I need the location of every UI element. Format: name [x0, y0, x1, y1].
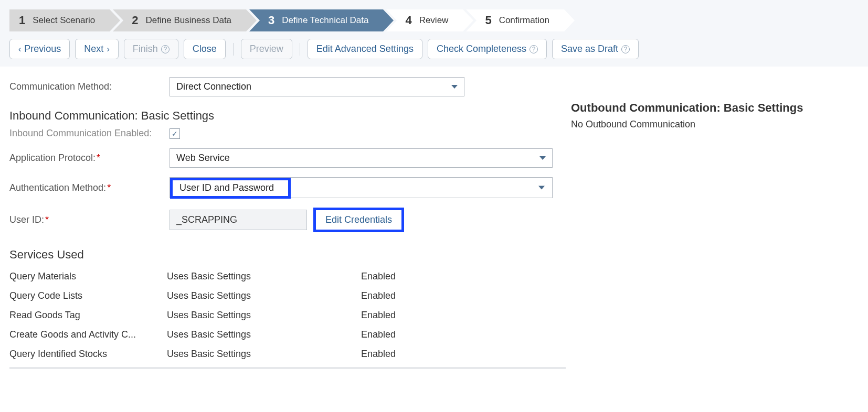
previous-button[interactable]: ‹ Previous	[9, 39, 70, 59]
next-button[interactable]: Next ›	[75, 39, 118, 59]
step-label: Confirmation	[499, 15, 549, 26]
service-setting: Uses Basic Settings	[167, 329, 361, 340]
finish-label: Finish	[133, 44, 158, 55]
inbound-heading: Inbound Communication: Basic Settings	[9, 109, 566, 123]
step-number: 3	[268, 14, 274, 27]
close-button[interactable]: Close	[184, 39, 226, 59]
step-number: 2	[132, 14, 138, 27]
finish-button: Finish	[124, 39, 178, 59]
preview-button: Preview	[241, 39, 292, 59]
service-setting: Uses Basic Settings	[167, 310, 361, 321]
help-icon	[621, 45, 630, 53]
toolbar: ‹ Previous Next › Finish Close Preview E…	[0, 37, 868, 67]
chevron-down-icon	[539, 156, 546, 160]
communication-method-label: Communication Method:	[9, 81, 170, 92]
chevron-down-icon	[451, 85, 458, 89]
service-setting: Uses Basic Settings	[167, 349, 361, 360]
service-status: Enabled	[361, 349, 566, 360]
table-row: Create Goods and Activity C... Uses Basi…	[9, 325, 566, 344]
application-protocol-value: Web Service	[176, 153, 230, 164]
previous-label: Previous	[24, 44, 61, 55]
required-asterisk: *	[97, 153, 100, 163]
table-row: Query Identified Stocks Uses Basic Setti…	[9, 344, 566, 364]
user-id-label: User ID:*	[9, 214, 170, 225]
application-protocol-select[interactable]: Web Service	[170, 148, 553, 168]
inbound-enabled-checkbox[interactable]: ✓	[170, 128, 180, 139]
help-icon	[530, 45, 538, 53]
check-completeness-label: Check Completeness	[437, 44, 526, 55]
help-icon	[161, 45, 170, 53]
toolbar-separator	[300, 43, 300, 56]
step-number: 4	[405, 14, 411, 27]
next-label: Next	[84, 44, 103, 55]
save-as-draft-button[interactable]: Save as Draft	[552, 39, 639, 59]
divider	[9, 367, 566, 369]
service-status: Enabled	[361, 310, 566, 321]
toolbar-separator	[233, 43, 234, 56]
application-protocol-label: Application Protocol:*	[9, 153, 170, 164]
step-label: Define Technical Data	[282, 15, 368, 26]
required-asterisk: *	[45, 214, 49, 225]
service-name: Query Materials	[9, 271, 167, 282]
step-label: Select Scenario	[33, 15, 95, 26]
wizard-step-4[interactable]: 4 Review	[386, 9, 463, 31]
service-setting: Uses Basic Settings	[167, 271, 361, 282]
communication-method-select[interactable]: Direct Connection	[170, 77, 464, 96]
edit-credentials-label: Edit Credentials	[325, 214, 392, 225]
service-status: Enabled	[361, 329, 566, 340]
services-table: Query Materials Uses Basic Settings Enab…	[9, 267, 566, 369]
wizard-step-1[interactable]: 1 Select Scenario	[9, 9, 110, 31]
step-number: 1	[19, 14, 25, 27]
step-number: 5	[485, 14, 491, 27]
wizard-steps: 1 Select Scenario 2 Define Business Data…	[0, 0, 868, 37]
preview-label: Preview	[250, 44, 283, 55]
communication-method-value: Direct Connection	[176, 81, 251, 92]
wizard-step-2[interactable]: 2 Define Business Data	[113, 9, 246, 31]
chevron-left-icon: ‹	[18, 45, 21, 54]
service-name: Create Goods and Activity C...	[9, 329, 167, 340]
step-label: Define Business Data	[146, 15, 231, 26]
chevron-right-icon: ›	[107, 45, 109, 54]
service-setting: Uses Basic Settings	[167, 290, 361, 301]
edit-advanced-settings-button[interactable]: Edit Advanced Settings	[308, 39, 422, 59]
wizard-step-5[interactable]: 5 Confirmation	[466, 9, 564, 31]
table-row: Read Goods Tag Uses Basic Settings Enabl…	[9, 306, 566, 325]
services-used-heading: Services Used	[9, 248, 566, 262]
table-row: Query Materials Uses Basic Settings Enab…	[9, 267, 566, 286]
service-name: Read Goods Tag	[9, 310, 167, 321]
check-completeness-button[interactable]: Check Completeness	[428, 39, 547, 59]
outbound-text: No Outbound Communication	[571, 119, 859, 130]
authentication-method-select[interactable]: User ID and Password	[170, 177, 553, 198]
inbound-enabled-label: Inbound Communication Enabled:	[9, 128, 170, 139]
service-name: Query Identified Stocks	[9, 349, 167, 360]
step-label: Review	[419, 15, 449, 26]
highlight-box	[170, 178, 291, 199]
service-status: Enabled	[361, 271, 566, 282]
service-name: Query Code Lists	[9, 290, 167, 301]
save-draft-label: Save as Draft	[561, 44, 618, 55]
edit-credentials-button[interactable]: Edit Credentials	[313, 208, 404, 232]
table-row: Query Code Lists Uses Basic Settings Ena…	[9, 286, 566, 306]
close-label: Close	[193, 44, 217, 55]
edit-advanced-label: Edit Advanced Settings	[316, 44, 414, 55]
wizard-step-3[interactable]: 3 Define Technical Data	[249, 9, 383, 31]
check-icon: ✓	[172, 129, 178, 138]
service-status: Enabled	[361, 290, 566, 301]
required-asterisk: *	[107, 182, 111, 193]
user-id-input[interactable]	[170, 210, 307, 230]
outbound-heading: Outbound Communication: Basic Settings	[571, 101, 859, 115]
chevron-down-icon	[538, 186, 545, 190]
authentication-method-label: Authentication Method:*	[9, 182, 170, 193]
